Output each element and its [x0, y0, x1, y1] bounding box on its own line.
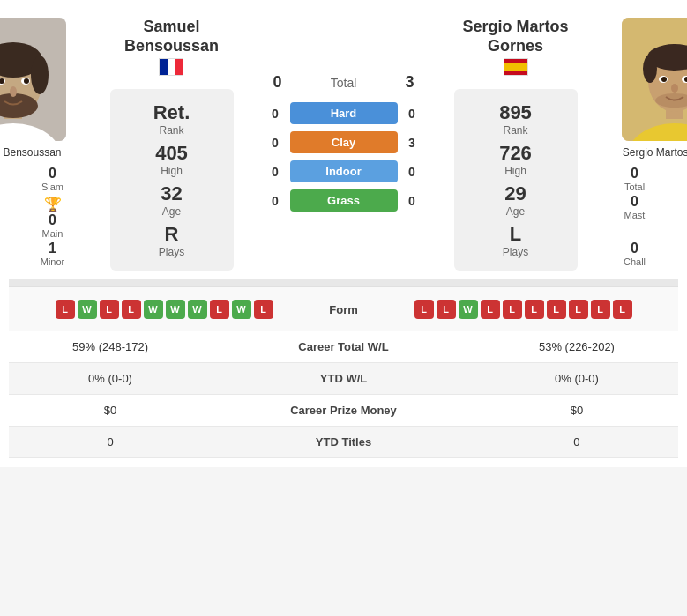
hard-btn: Hard [290, 102, 398, 124]
stats-center-0: Career Total W/L [212, 331, 475, 363]
player2-age-row: 29 Age [465, 182, 567, 218]
stats-row: 0% (0-0) YTD W/L 0% (0-0) [9, 363, 678, 395]
player2-photo [622, 18, 688, 141]
player1-mast: 0 Mast [0, 194, 9, 239]
player2-rank-label: Rank [503, 124, 527, 137]
player2-form-badges: LLWLLLLLLL [414, 300, 666, 319]
form-badge: L [613, 300, 632, 319]
player1-slam: 0 Slam [18, 166, 88, 192]
stats-table: 59% (248-172) Career Total W/L 53% (226-… [9, 331, 678, 458]
stats-center-1: YTD W/L [212, 363, 475, 395]
section-separator [9, 279, 678, 286]
player1-form-badges: LWLLWWWLWL [22, 300, 273, 319]
stats-left-1: 0% (0-0) [9, 363, 212, 395]
clay-score2: 3 [401, 136, 423, 150]
stats-center-3: YTD Titles [212, 427, 475, 458]
player1-trophy-icon: 🏆 [44, 196, 62, 212]
stats-left-0: 59% (248-172) [9, 331, 212, 363]
indoor-btn: Indoor [290, 160, 398, 182]
form-badge: L [56, 300, 75, 319]
form-badge: W [78, 300, 97, 319]
player2-flag [504, 58, 528, 76]
main-container: Samuel Bensoussan 1 Total 0 Slam 0 Mast … [0, 0, 687, 467]
form-badge: L [414, 300, 434, 319]
player1-trophy: 🏆 0 Main [18, 194, 88, 239]
player1-rank-label: Rank [159, 124, 183, 137]
grass-score1: 0 [265, 194, 287, 208]
player1-plays-label: Plays [159, 246, 184, 258]
total-row: 0 Total 3 [265, 73, 423, 92]
player1-rank-row: Ret. Rank [121, 101, 223, 137]
grass-score2: 0 [401, 194, 423, 208]
player1-header: SamuelBensoussan [124, 18, 219, 82]
player1-total: 1 Total [0, 166, 9, 192]
form-section: LWLLWWWLWL Form LLWLLLLLLL [9, 286, 678, 331]
stats-right-0: 53% (226-202) [475, 331, 678, 363]
player2-high-value: 726 [499, 142, 532, 165]
stats-left-2: $0 [9, 395, 212, 427]
player2-plays-label: Plays [503, 246, 528, 258]
indoor-row: 0 Indoor 0 [265, 160, 423, 182]
player2-stats-box: 895 Rank 726 High 29 Age L Plays [454, 89, 578, 271]
svg-point-24 [671, 84, 678, 93]
player1-age-label: Age [162, 205, 181, 218]
match-total-label: Total [291, 76, 397, 90]
player2-minor: 0 Minor [679, 241, 688, 267]
form-badge: L [503, 300, 522, 319]
player2-plays-row: L Plays [465, 223, 567, 258]
stats-center-2: Career Prize Money [212, 395, 475, 427]
indoor-score1: 0 [265, 165, 287, 179]
player1-card: Samuel Bensoussan 1 Total 0 Slam 0 Mast … [0, 18, 88, 271]
player2-age-value: 29 [504, 182, 526, 205]
form-badge: L [122, 300, 141, 319]
player2-total: 0 Total [600, 166, 670, 192]
player1-header-name: SamuelBensoussan [124, 18, 219, 56]
player1-plays-row: R Plays [121, 223, 223, 258]
clay-score1: 0 [265, 136, 287, 150]
player2-stats-grid: 0 Total 0 Slam 0 Mast 🏆 0 Main 0 [600, 166, 688, 267]
player1-minor: 1 Minor [18, 241, 88, 267]
form-label: Form [273, 303, 414, 316]
stats-right-2: $0 [475, 395, 678, 427]
hard-score1: 0 [265, 107, 287, 121]
form-badge: L [591, 300, 610, 319]
player1-center-stats: SamuelBensoussan Ret. Rank 405 High 32 A… [88, 18, 256, 271]
player1-stats-box: Ret. Rank 405 High 32 Age R Plays [110, 89, 234, 271]
hard-score2: 0 [401, 107, 423, 121]
svg-point-6 [31, 56, 49, 94]
player1-plays-value: R [165, 223, 179, 246]
player2-high-row: 726 High [465, 142, 567, 177]
form-badge: L [254, 300, 273, 319]
player2-plays-value: L [510, 223, 521, 246]
indoor-score2: 0 [401, 165, 423, 179]
form-badge: W [459, 300, 478, 319]
clay-row: 0 Clay 3 [265, 131, 423, 153]
stats-row: 59% (248-172) Career Total W/L 53% (226-… [9, 331, 678, 363]
player2-trophy: 🏆 0 Main [679, 194, 688, 239]
form-badge: L [210, 300, 229, 319]
stats-right-3: 0 [475, 427, 678, 458]
form-badge: L [437, 300, 456, 319]
player2-center-stats: Sergio MartosGornes 895 Rank 726 High 29… [432, 18, 600, 271]
match-score2: 3 [397, 73, 423, 92]
svg-point-22 [661, 77, 667, 82]
player2-name: Sergio Martos Gornes [623, 146, 687, 159]
player2-high-label: High [504, 165, 526, 177]
player1-high-label: High [161, 165, 183, 177]
player1-age-value: 32 [161, 182, 182, 205]
form-badge: L [569, 300, 588, 319]
form-row: LWLLWWWLWL Form LLWLLLLLLL [22, 300, 665, 319]
stats-row: 0 YTD Titles 0 [9, 427, 678, 458]
grass-btn: Grass [290, 189, 398, 212]
player1-name: Samuel Bensoussan [0, 146, 62, 159]
form-badge: L [547, 300, 566, 319]
svg-point-11 [24, 78, 29, 84]
match-score1: 0 [265, 73, 291, 92]
form-badge: L [100, 300, 119, 319]
player1-stats-grid: 1 Total 0 Slam 0 Mast 🏆 0 Main 0 [0, 166, 88, 267]
stats-right-1: 0% (0-0) [475, 363, 678, 395]
player2-age-label: Age [506, 205, 525, 218]
player1-high-row: 405 High [121, 142, 223, 177]
form-badge: L [525, 300, 544, 319]
hard-row: 0 Hard 0 [265, 102, 423, 124]
